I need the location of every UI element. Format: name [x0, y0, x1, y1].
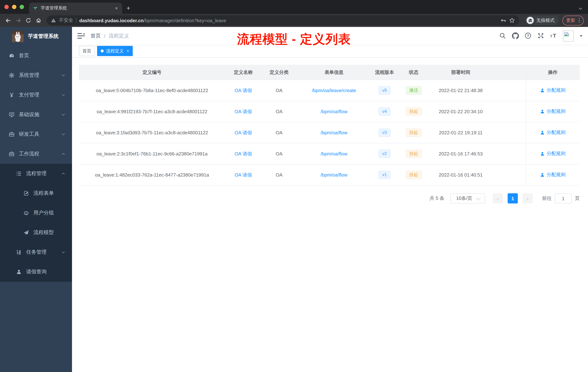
- chrome-update-button[interactable]: 更新: [563, 15, 584, 25]
- sidebar-item-12[interactable]: 请假查询: [0, 262, 72, 282]
- window-minimize-button[interactable]: [12, 5, 16, 9]
- definition-name-cell: OA 请假: [225, 80, 262, 101]
- goto-page-input[interactable]: [555, 193, 572, 203]
- definition-name-link[interactable]: OA 请假: [235, 109, 252, 114]
- new-tab-button[interactable]: +: [126, 5, 130, 11]
- font-size-icon[interactable]: TT: [550, 33, 557, 39]
- browser-menu-icon[interactable]: [578, 18, 580, 23]
- security-warning-icon: [51, 18, 56, 23]
- assign-rule-link[interactable]: 分配规则: [540, 151, 566, 157]
- definition-name-link[interactable]: OA 请假: [235, 151, 252, 156]
- action-cell: 分配规则: [526, 164, 580, 186]
- pagination: 共 5 条 10条/页 ‹ 1 › 前往 页: [79, 193, 580, 203]
- window-controls: [0, 0, 29, 14]
- sidebar-menu: 首页系统管理支付管理基础设施研发工具工作流程流程管理流程表单用户分组流程模型任务…: [0, 46, 72, 282]
- tag-label: 首页: [83, 48, 91, 54]
- sidebar-logo[interactable]: 芋道管理系统: [0, 27, 72, 46]
- search-icon[interactable]: [499, 33, 506, 39]
- bookmark-star-icon[interactable]: [509, 17, 515, 23]
- pagination-total: 共 5 条: [430, 195, 444, 202]
- tab-close-icon[interactable]: ×: [114, 5, 118, 11]
- breadcrumb: 首页 / 流程定义: [91, 33, 129, 39]
- sidebar-item-2[interactable]: 系统管理: [0, 66, 72, 85]
- definition-name-link[interactable]: OA 请假: [235, 130, 252, 135]
- definition-name-link[interactable]: OA 请假: [235, 172, 252, 177]
- definition-name-link[interactable]: OA 请假: [235, 88, 252, 93]
- chevron-down-icon: [61, 112, 65, 117]
- tag-1[interactable]: 首页: [79, 46, 95, 56]
- assign-rule-label: 分配规则: [547, 108, 566, 115]
- user-icon: [540, 88, 545, 93]
- sidebar-item-1[interactable]: 首页: [0, 46, 72, 66]
- sidebar-item-11[interactable]: 任务管理: [0, 242, 72, 262]
- form-link[interactable]: /bpm/oa/flow: [321, 151, 347, 156]
- current-page-button[interactable]: 1: [508, 193, 518, 203]
- sidebar-item-9[interactable]: 用户分组: [0, 203, 72, 223]
- form-link[interactable]: /bpm/oa/flow: [321, 172, 347, 178]
- action-cell: 分配规则: [526, 80, 580, 101]
- assign-rule-link[interactable]: 分配规则: [540, 129, 566, 136]
- tag-close-icon[interactable]: ×: [126, 48, 129, 54]
- sidebar-item-label: 流程表单: [33, 190, 54, 197]
- action-cell: 分配规则: [526, 101, 580, 122]
- update-label[interactable]: 更新: [566, 17, 575, 23]
- fullscreen-icon[interactable]: [537, 33, 544, 39]
- app-title: 芋道管理系统: [28, 33, 59, 40]
- prev-page-button[interactable]: ‹: [493, 193, 503, 203]
- avatar-caret-down-icon[interactable]: [580, 35, 583, 38]
- breadcrumb-current: 流程定义: [109, 33, 129, 39]
- form-link[interactable]: /bpm/oa/flow: [321, 109, 347, 114]
- toolbox-icon: [9, 131, 15, 137]
- assign-rule-link[interactable]: 分配规则: [540, 87, 566, 94]
- definition-category-cell: OA: [262, 101, 297, 122]
- dashboard-icon: [9, 53, 15, 59]
- hamburger-icon[interactable]: [77, 33, 85, 39]
- assign-rule-label: 分配规则: [547, 151, 566, 157]
- sidebar-item-7[interactable]: 流程管理: [0, 164, 72, 184]
- sidebar-item-6[interactable]: 工作流程: [0, 144, 72, 164]
- avatar[interactable]: [563, 30, 574, 41]
- definition-category-cell: OA: [262, 143, 297, 164]
- column-header-7: 部署时间: [430, 65, 492, 80]
- help-icon[interactable]: ?: [525, 33, 532, 39]
- sidebar-item-3[interactable]: 支付管理: [0, 85, 72, 105]
- window-maximize-button[interactable]: [20, 5, 24, 9]
- github-icon[interactable]: [512, 33, 519, 39]
- sidebar-item-8[interactable]: 流程表单: [0, 184, 72, 203]
- status-badge: 挂起: [406, 171, 422, 179]
- sidebar-item-label: 研发工具: [19, 131, 39, 138]
- status-badge: 挂起: [406, 149, 422, 158]
- breadcrumb-home[interactable]: 首页: [91, 33, 101, 39]
- omnibox-divider: [76, 18, 76, 23]
- window-close-button[interactable]: [4, 5, 9, 9]
- assign-rule-link[interactable]: 分配规则: [540, 172, 566, 178]
- sidebar-item-10[interactable]: 流程模型: [0, 223, 72, 242]
- status-cell: 挂起: [398, 122, 430, 143]
- browser-tab[interactable]: 芋道管理系统 ×: [29, 2, 122, 14]
- back-button-icon[interactable]: [3, 15, 13, 25]
- deploy-time-cell: 2022-01-22 20:34:10: [430, 101, 492, 122]
- form-link[interactable]: /bpm/oa/flow: [321, 130, 347, 135]
- next-page-button[interactable]: ›: [523, 193, 533, 203]
- definition-category-cell: OA: [262, 164, 297, 186]
- sidebar-item-label: 流程模型: [33, 229, 54, 236]
- tag-2[interactable]: 流程定义×: [97, 46, 133, 56]
- forward-button-icon[interactable]: [13, 15, 23, 25]
- table-header-row: 定义编号定义名称定义分类表单信息流程版本状态部署时间操作: [79, 65, 580, 80]
- listtree-icon: [16, 171, 22, 176]
- monitor-icon: [9, 112, 15, 118]
- address-bar[interactable]: 不安全 dashboard.yudao.iocoder.cn/bpm/manag…: [47, 15, 519, 25]
- form-link[interactable]: /bpm/oa/leave/create: [312, 88, 356, 93]
- definition-category-cell: OA: [262, 122, 297, 143]
- home-button-icon[interactable]: [33, 15, 44, 25]
- tab-search-chevron-icon[interactable]: [578, 6, 583, 11]
- assign-rule-link[interactable]: 分配规则: [540, 108, 566, 115]
- reload-button-icon[interactable]: [23, 15, 33, 25]
- tab-strip: 芋道管理系统 × +: [0, 0, 588, 14]
- status-badge: 挂起: [406, 107, 422, 116]
- sidebar-item-4[interactable]: 基础设施: [0, 105, 72, 124]
- security-label[interactable]: 不安全: [59, 17, 73, 24]
- password-key-icon[interactable]: [500, 17, 506, 23]
- sidebar-item-5[interactable]: 研发工具: [0, 124, 72, 144]
- page-size-select[interactable]: 10条/页: [450, 193, 485, 203]
